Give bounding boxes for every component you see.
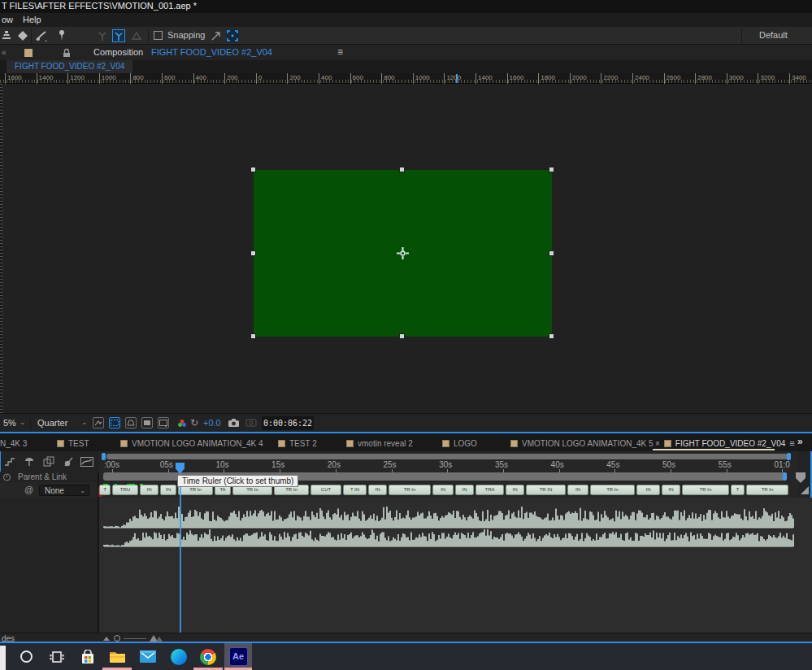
timeline-tab[interactable]: ×FIGHT FOOD_VIDEO #2_V04≡ <box>655 436 795 450</box>
puppet-pin-tool-icon[interactable] <box>55 29 68 42</box>
view-axis-mode-icon[interactable] <box>130 29 143 42</box>
frame-blending-icon[interactable] <box>62 455 75 468</box>
clip-segment[interactable]: IN <box>368 485 387 495</box>
clip-segment[interactable]: TRU <box>112 485 138 495</box>
timeline-tab[interactable]: N_4K 3 <box>0 436 27 450</box>
work-area-end-cap[interactable] <box>787 453 791 460</box>
fast-previews-button[interactable] <box>93 417 104 429</box>
resolution-select[interactable]: Quarter <box>37 418 67 428</box>
transparency-grid-button[interactable] <box>141 417 153 429</box>
timeline-navigator-icon[interactable] <box>795 472 806 484</box>
snapping-checkbox[interactable] <box>154 31 163 40</box>
timeline-tab[interactable]: VMOTION LOGO ANIMATION_4K 5 <box>510 436 654 450</box>
view-layout-button[interactable] <box>158 417 169 429</box>
selection-handle-mid-right[interactable] <box>549 250 554 256</box>
draft-3d-icon[interactable] <box>23 455 36 468</box>
search-box-edge[interactable] <box>0 646 6 670</box>
work-area-start-cap[interactable] <box>102 453 106 460</box>
gizmo-mode-icon[interactable] <box>226 29 239 42</box>
clip-segment[interactable]: IN <box>506 485 524 495</box>
menu-item-help[interactable]: Help <box>23 13 41 27</box>
clip-segment[interactable]: IN <box>160 485 176 495</box>
resolution-chevron-icon[interactable]: ⌄ <box>81 418 88 426</box>
clip-segment[interactable]: TR In <box>746 485 788 495</box>
show-snapshot-icon[interactable] <box>245 418 257 428</box>
after-effects-button[interactable]: Ae <box>224 643 252 670</box>
mail-button[interactable] <box>133 643 163 670</box>
clip-segment[interactable]: IN <box>662 485 680 495</box>
timeline-tab[interactable]: VMOTION LOGO ANIMATION_4K 4 <box>120 436 263 450</box>
world-axis-mode-icon[interactable] <box>112 29 125 42</box>
clip-segment[interactable]: IN <box>636 485 660 495</box>
clip-segment[interactable]: CUT <box>310 485 341 495</box>
channel-rgb-icon[interactable] <box>177 419 187 429</box>
file-explorer-button[interactable] <box>102 643 132 670</box>
timeline-zoom-knob[interactable] <box>114 635 120 642</box>
clip-segment[interactable]: TR In <box>682 485 729 495</box>
vertical-ruler[interactable] <box>0 84 3 413</box>
workspace-button[interactable]: Default <box>759 30 788 40</box>
zoom-chevron-icon[interactable]: ⌄ <box>20 418 26 426</box>
clip-segment[interactable]: IN <box>567 485 588 495</box>
clone-stamp-tool-icon[interactable] <box>0 29 13 42</box>
timeline-tab[interactable]: vmotin reveal 2 <box>346 436 413 450</box>
mask-visibility-button[interactable] <box>125 417 137 429</box>
clip-segment[interactable]: TR In <box>590 485 635 495</box>
shy-layers-icon[interactable] <box>42 455 55 468</box>
chrome-button[interactable] <box>193 643 223 670</box>
selection-handle-bottom-right[interactable] <box>549 333 554 339</box>
clip-segment[interactable]: T <box>731 485 745 495</box>
local-axis-mode-icon[interactable] <box>96 29 109 42</box>
cortana-button[interactable] <box>11 643 41 670</box>
menu-item-window[interactable]: ow <box>2 13 13 27</box>
work-area-bar[interactable] <box>106 454 788 459</box>
timeline-tab[interactable]: TEST <box>57 436 89 450</box>
clip-segment[interactable]: IN <box>455 485 474 495</box>
selection-handle-mid-left[interactable] <box>250 250 256 256</box>
composition-viewport[interactable] <box>0 84 812 413</box>
selection-handle-bottom-center[interactable] <box>399 333 405 339</box>
composition-viewer-tab[interactable]: FIGHT FOOD_VIDEO #2_V04 <box>7 60 132 73</box>
roto-brush-tool-icon[interactable] <box>35 29 48 42</box>
eraser-tool-icon[interactable] <box>16 29 29 42</box>
selection-handle-top-left[interactable] <box>250 167 256 172</box>
tab-menu-icon[interactable]: ≡ <box>789 438 794 448</box>
tab-close-icon[interactable]: × <box>655 439 660 448</box>
snapshot-camera-icon[interactable] <box>228 418 240 428</box>
edge-button[interactable] <box>164 643 193 670</box>
timeline-tab[interactable]: LOGO <box>442 436 477 450</box>
snap-adjacent-icon[interactable] <box>210 29 223 42</box>
pick-whip-icon[interactable]: @ <box>24 485 33 494</box>
microsoft-store-button[interactable] <box>73 643 102 670</box>
region-of-interest-button[interactable] <box>109 417 120 429</box>
tab-overflow-chevron[interactable]: » <box>797 436 803 447</box>
selection-handle-bottom-left[interactable] <box>250 333 256 339</box>
selection-handle-top-right[interactable] <box>549 167 554 172</box>
parent-dropdown[interactable]: None ⌄ <box>39 485 89 496</box>
clip-segment[interactable]: IN <box>140 485 158 495</box>
lock-icon[interactable] <box>62 48 72 58</box>
clip-segment[interactable]: IN <box>432 485 454 495</box>
timecode-display[interactable]: 0:00:06:22 <box>262 416 314 430</box>
timeline-tab[interactable]: TEST 2 <box>278 436 317 450</box>
clip-segment[interactable]: TR IN <box>526 485 566 495</box>
horizontal-ruler[interactable]: 1600140012001000800600400200020040060080… <box>0 73 812 84</box>
reset-exposure-icon[interactable]: ↻ <box>190 417 198 429</box>
zoom-select[interactable]: 5% <box>3 418 16 428</box>
zoom-out-mountain-icon[interactable] <box>103 637 110 641</box>
graph-editor-icon[interactable] <box>80 455 94 468</box>
comp-mini-flowchart-icon[interactable] <box>3 455 16 468</box>
selection-handle-top-center[interactable] <box>399 167 405 172</box>
clip-segment[interactable]: T IN <box>343 485 367 495</box>
panel-grip-icon[interactable]: « <box>2 48 7 57</box>
task-view-button[interactable] <box>42 643 72 670</box>
clip-segment[interactable]: TRA <box>475 485 504 495</box>
audio-waveform[interactable] <box>99 499 798 548</box>
panel-menu-icon[interactable]: ≡ <box>337 46 343 58</box>
timeline-zoom-track[interactable] <box>124 638 146 639</box>
clip-segment[interactable]: T <box>99 485 111 495</box>
timeline-h-scrollbar-cap[interactable] <box>783 472 787 481</box>
clip-segment[interactable]: TR In <box>389 485 431 495</box>
anchor-point-icon[interactable] <box>396 246 410 260</box>
exposure-value[interactable]: +0.0 <box>203 418 221 428</box>
